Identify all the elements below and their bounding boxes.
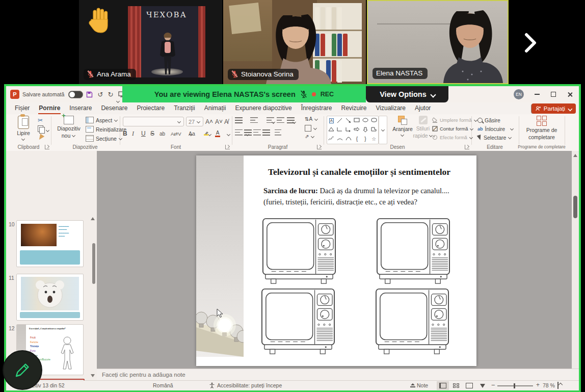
thumbnail-scroll-up-icon[interactable] <box>91 217 95 220</box>
zoom-in-button[interactable]: + <box>536 381 540 388</box>
scrollbar-thumb[interactable] <box>573 196 577 218</box>
thumbnail-scroll-down-icon[interactable] <box>91 374 95 377</box>
thumbnail-slide-10[interactable]: ▬▬▬▬▬▬▬▬▬▬▬▬▬▬▬▬▬ <box>16 220 84 267</box>
increase-indent-button[interactable] <box>277 117 284 124</box>
zoom-percentage[interactable]: 78 % <box>543 382 555 388</box>
paragraph-dialog-launcher-icon[interactable] <box>317 145 322 149</box>
align-right-button[interactable] <box>253 129 261 137</box>
new-slide-button[interactable]: Diapozitiv nou <box>55 116 83 139</box>
clipboard-dialog-launcher-icon[interactable] <box>45 145 49 149</box>
tab-ajutor[interactable]: Ajutor <box>410 102 435 114</box>
addins-button[interactable]: Programe de completare <box>524 116 560 140</box>
convert-smartart-button[interactable]: ⇗ <box>305 134 315 139</box>
scroll-up-icon[interactable] <box>573 154 577 157</box>
fit-to-window-button[interactable] <box>557 382 559 389</box>
reading-view-button[interactable] <box>463 381 475 390</box>
share-button[interactable]: Partajați <box>531 103 576 114</box>
layout-button[interactable]: Aspect <box>86 117 118 123</box>
tab-expunere-diapozitive[interactable]: Expunere diapozitive <box>230 102 296 114</box>
zoom-out-button[interactable]: − <box>491 381 495 389</box>
quick-styles-button[interactable]: Stiluri rapide <box>415 116 431 139</box>
align-center-button[interactable] <box>244 129 252 137</box>
align-text-button[interactable] <box>305 125 317 132</box>
close-button[interactable] <box>562 86 578 102</box>
arrange-button[interactable]: Aranjare <box>391 116 414 137</box>
account-avatar[interactable]: EN <box>514 89 524 99</box>
tab-vizualizare[interactable]: Vizualizare <box>371 102 410 114</box>
vertical-scrollbar[interactable] <box>572 151 579 369</box>
line-spacing-button[interactable] <box>287 117 295 124</box>
bold-button[interactable]: B <box>123 128 127 139</box>
italic-button[interactable]: I <box>132 128 134 139</box>
tab-inserare[interactable]: Inserare <box>65 102 96 114</box>
shape-outline-button[interactable]: Contur formă <box>432 126 474 132</box>
align-left-button[interactable] <box>235 129 243 137</box>
underline-button[interactable]: U <box>141 128 146 139</box>
numbering-button[interactable] <box>250 117 258 124</box>
find-button[interactable]: Găsire <box>477 117 500 123</box>
increase-font-icon[interactable]: A˄ <box>205 117 213 127</box>
restore-button[interactable] <box>545 86 562 102</box>
format-painter-button[interactable] <box>38 135 43 141</box>
clear-formatting-icon[interactable]: A̸ <box>224 117 228 127</box>
section-button[interactable]: Secțiune <box>86 135 123 142</box>
tab-desenare[interactable]: Desenare <box>96 102 132 114</box>
slideshow-view-button[interactable] <box>476 381 489 390</box>
view-options-dropdown[interactable]: View Options <box>366 86 448 102</box>
tab-pornire[interactable]: Pornire <box>34 102 65 114</box>
powerpoint-logo-icon[interactable]: P <box>10 90 19 99</box>
annotation-pencil-button[interactable] <box>3 350 42 390</box>
tab-animatii[interactable]: Animații <box>200 102 231 114</box>
drawing-dialog-launcher-icon[interactable] <box>465 145 469 149</box>
slide-canvas[interactable]: Televizorul și canalele emoțiilor și sen… <box>196 155 476 366</box>
character-spacing-button[interactable]: A⇄V <box>171 128 181 139</box>
shapes-gallery-scrollbar[interactable] <box>379 116 387 144</box>
undo-icon[interactable]: ↺ <box>96 90 105 99</box>
font-name-combobox[interactable] <box>123 117 184 126</box>
zoom-slider-thumb[interactable] <box>514 383 515 388</box>
change-case-button[interactable]: Aa <box>189 128 195 139</box>
video-tile-stoianova-sorina[interactable]: Stoianova Sorina <box>223 0 366 84</box>
chevron-down-icon[interactable] <box>46 128 50 133</box>
video-tile-ana-arama[interactable]: ЧЕХОВА Ana A <box>79 0 222 84</box>
strikethrough-button[interactable]: S <box>150 128 154 139</box>
columns-button[interactable] <box>275 129 281 137</box>
accessibility-status[interactable]: Accesibilitate: puteți începe <box>217 382 282 388</box>
tab-tranzitii[interactable]: Tranziții <box>169 102 200 114</box>
autosave-toggle[interactable] <box>68 91 83 98</box>
language-indicator[interactable]: Română <box>153 382 173 388</box>
bullets-button[interactable] <box>235 117 243 124</box>
select-button[interactable]: Selectare <box>477 135 512 141</box>
tab-proiectare[interactable]: Proiectare <box>132 102 169 114</box>
cut-button[interactable]: ✂ <box>38 117 43 123</box>
slide-sorter-view-button[interactable] <box>450 381 462 390</box>
shapes-gallery[interactable]: A { } ☆ <box>327 116 379 144</box>
video-tile-elena-nastas[interactable]: Elena NASTAS <box>367 0 509 84</box>
minimize-button[interactable] <box>529 86 545 102</box>
reset-button[interactable]: Reinițializare <box>86 126 126 133</box>
gallery-next-button[interactable] <box>519 30 542 56</box>
redo-icon[interactable]: ↻ <box>106 90 115 99</box>
thumbnail-slide-11[interactable] <box>16 274 84 321</box>
zoom-slider[interactable] <box>497 385 533 386</box>
notes-pane[interactable]: Faceți clic pentru a adăuga note <box>97 369 579 380</box>
highlight-color-button[interactable] <box>203 128 209 139</box>
thumbnail-scrollbar[interactable] <box>92 243 95 284</box>
save-icon[interactable] <box>85 90 94 99</box>
font-size-combobox[interactable]: 27 <box>186 117 203 126</box>
font-dialog-launcher-icon[interactable] <box>225 145 230 149</box>
copy-button[interactable] <box>38 125 43 133</box>
normal-view-button[interactable] <box>437 381 449 390</box>
decrease-indent-button[interactable] <box>267 117 274 124</box>
justify-button[interactable] <box>262 129 270 137</box>
text-shadow-button[interactable]: ab <box>159 128 165 139</box>
shape-effects-button[interactable]: Efecte formă <box>432 135 473 140</box>
tab-fisier[interactable]: Fișier <box>10 102 34 114</box>
shape-fill-button[interactable]: Umplere formă <box>432 117 478 123</box>
paste-button[interactable]: Lipire <box>12 116 35 141</box>
tab-revizuire[interactable]: Revizuire <box>336 102 371 114</box>
decrease-font-icon[interactable]: A˅ <box>215 117 223 127</box>
notes-toggle-button[interactable]: Note <box>410 382 428 388</box>
replace-button[interactable]: ab Înlocuire <box>477 126 514 132</box>
text-direction-button[interactable]: ⇅A <box>305 116 318 122</box>
